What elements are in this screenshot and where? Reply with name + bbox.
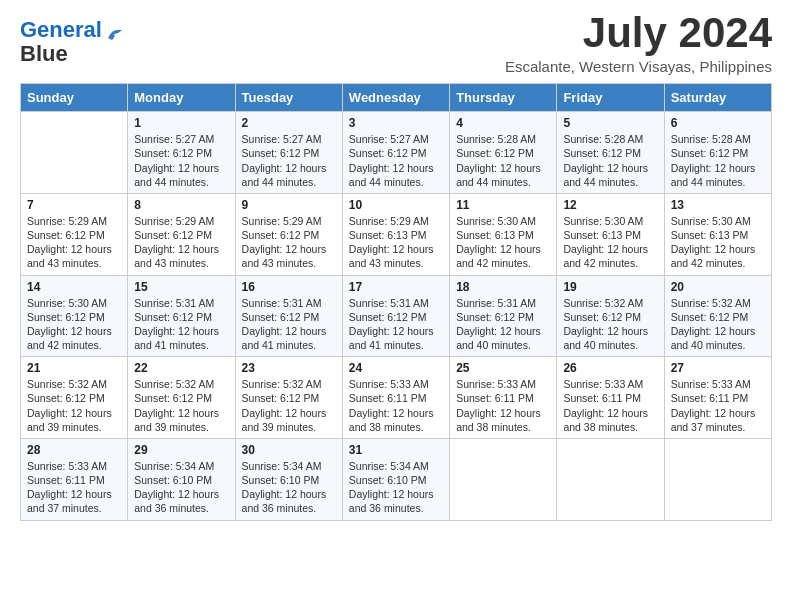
day-number: 17 — [349, 280, 443, 294]
day-info: Sunrise: 5:30 AM Sunset: 6:13 PM Dayligh… — [456, 214, 550, 271]
day-info: Sunrise: 5:33 AM Sunset: 6:11 PM Dayligh… — [349, 377, 443, 434]
calendar-cell: 10Sunrise: 5:29 AM Sunset: 6:13 PM Dayli… — [342, 193, 449, 275]
calendar-cell: 24Sunrise: 5:33 AM Sunset: 6:11 PM Dayli… — [342, 357, 449, 439]
day-info: Sunrise: 5:29 AM Sunset: 6:12 PM Dayligh… — [134, 214, 228, 271]
day-number: 13 — [671, 198, 765, 212]
calendar-week-row: 21Sunrise: 5:32 AM Sunset: 6:12 PM Dayli… — [21, 357, 772, 439]
calendar-cell — [557, 438, 664, 520]
day-number: 4 — [456, 116, 550, 130]
day-info: Sunrise: 5:29 AM Sunset: 6:13 PM Dayligh… — [349, 214, 443, 271]
weekday-header-saturday: Saturday — [664, 84, 771, 112]
day-number: 27 — [671, 361, 765, 375]
calendar-cell: 19Sunrise: 5:32 AM Sunset: 6:12 PM Dayli… — [557, 275, 664, 357]
day-number: 16 — [242, 280, 336, 294]
day-number: 28 — [27, 443, 121, 457]
day-number: 23 — [242, 361, 336, 375]
day-info: Sunrise: 5:34 AM Sunset: 6:10 PM Dayligh… — [134, 459, 228, 516]
day-number: 14 — [27, 280, 121, 294]
calendar-cell: 9Sunrise: 5:29 AM Sunset: 6:12 PM Daylig… — [235, 193, 342, 275]
day-info: Sunrise: 5:32 AM Sunset: 6:12 PM Dayligh… — [134, 377, 228, 434]
day-number: 6 — [671, 116, 765, 130]
calendar-cell: 4Sunrise: 5:28 AM Sunset: 6:12 PM Daylig… — [450, 112, 557, 194]
day-info: Sunrise: 5:31 AM Sunset: 6:12 PM Dayligh… — [456, 296, 550, 353]
calendar-cell: 23Sunrise: 5:32 AM Sunset: 6:12 PM Dayli… — [235, 357, 342, 439]
day-number: 7 — [27, 198, 121, 212]
day-number: 26 — [563, 361, 657, 375]
day-number: 18 — [456, 280, 550, 294]
day-number: 9 — [242, 198, 336, 212]
day-number: 10 — [349, 198, 443, 212]
calendar-cell: 22Sunrise: 5:32 AM Sunset: 6:12 PM Dayli… — [128, 357, 235, 439]
day-info: Sunrise: 5:33 AM Sunset: 6:11 PM Dayligh… — [27, 459, 121, 516]
calendar-cell: 26Sunrise: 5:33 AM Sunset: 6:11 PM Dayli… — [557, 357, 664, 439]
day-number: 3 — [349, 116, 443, 130]
calendar-cell: 21Sunrise: 5:32 AM Sunset: 6:12 PM Dayli… — [21, 357, 128, 439]
day-info: Sunrise: 5:32 AM Sunset: 6:12 PM Dayligh… — [563, 296, 657, 353]
calendar-cell: 3Sunrise: 5:27 AM Sunset: 6:12 PM Daylig… — [342, 112, 449, 194]
calendar-cell: 27Sunrise: 5:33 AM Sunset: 6:11 PM Dayli… — [664, 357, 771, 439]
day-number: 8 — [134, 198, 228, 212]
weekday-header-wednesday: Wednesday — [342, 84, 449, 112]
day-info: Sunrise: 5:31 AM Sunset: 6:12 PM Dayligh… — [134, 296, 228, 353]
calendar-week-row: 1Sunrise: 5:27 AM Sunset: 6:12 PM Daylig… — [21, 112, 772, 194]
day-number: 30 — [242, 443, 336, 457]
day-number: 25 — [456, 361, 550, 375]
month-title: July 2024 — [505, 10, 772, 56]
day-number: 31 — [349, 443, 443, 457]
calendar-cell: 29Sunrise: 5:34 AM Sunset: 6:10 PM Dayli… — [128, 438, 235, 520]
logo-bird-icon — [104, 24, 126, 46]
day-info: Sunrise: 5:33 AM Sunset: 6:11 PM Dayligh… — [563, 377, 657, 434]
weekday-header-row: SundayMondayTuesdayWednesdayThursdayFrid… — [21, 84, 772, 112]
day-info: Sunrise: 5:31 AM Sunset: 6:12 PM Dayligh… — [349, 296, 443, 353]
day-number: 12 — [563, 198, 657, 212]
day-info: Sunrise: 5:32 AM Sunset: 6:12 PM Dayligh… — [671, 296, 765, 353]
location-subtitle: Escalante, Western Visayas, Philippines — [505, 58, 772, 75]
weekday-header-friday: Friday — [557, 84, 664, 112]
day-info: Sunrise: 5:34 AM Sunset: 6:10 PM Dayligh… — [349, 459, 443, 516]
calendar-week-row: 28Sunrise: 5:33 AM Sunset: 6:11 PM Dayli… — [21, 438, 772, 520]
day-info: Sunrise: 5:27 AM Sunset: 6:12 PM Dayligh… — [134, 132, 228, 189]
logo: GeneralBlue — [20, 18, 126, 66]
day-info: Sunrise: 5:34 AM Sunset: 6:10 PM Dayligh… — [242, 459, 336, 516]
day-number: 15 — [134, 280, 228, 294]
day-number: 21 — [27, 361, 121, 375]
calendar-cell: 28Sunrise: 5:33 AM Sunset: 6:11 PM Dayli… — [21, 438, 128, 520]
day-info: Sunrise: 5:29 AM Sunset: 6:12 PM Dayligh… — [242, 214, 336, 271]
day-info: Sunrise: 5:32 AM Sunset: 6:12 PM Dayligh… — [242, 377, 336, 434]
calendar-cell: 11Sunrise: 5:30 AM Sunset: 6:13 PM Dayli… — [450, 193, 557, 275]
calendar-cell — [21, 112, 128, 194]
calendar-cell: 8Sunrise: 5:29 AM Sunset: 6:12 PM Daylig… — [128, 193, 235, 275]
calendar-cell: 1Sunrise: 5:27 AM Sunset: 6:12 PM Daylig… — [128, 112, 235, 194]
weekday-header-thursday: Thursday — [450, 84, 557, 112]
calendar-cell — [664, 438, 771, 520]
day-info: Sunrise: 5:30 AM Sunset: 6:13 PM Dayligh… — [671, 214, 765, 271]
day-number: 5 — [563, 116, 657, 130]
calendar-cell: 17Sunrise: 5:31 AM Sunset: 6:12 PM Dayli… — [342, 275, 449, 357]
calendar-week-row: 7Sunrise: 5:29 AM Sunset: 6:12 PM Daylig… — [21, 193, 772, 275]
weekday-header-sunday: Sunday — [21, 84, 128, 112]
calendar-cell: 5Sunrise: 5:28 AM Sunset: 6:12 PM Daylig… — [557, 112, 664, 194]
day-info: Sunrise: 5:33 AM Sunset: 6:11 PM Dayligh… — [456, 377, 550, 434]
day-number: 19 — [563, 280, 657, 294]
calendar-cell: 18Sunrise: 5:31 AM Sunset: 6:12 PM Dayli… — [450, 275, 557, 357]
calendar-cell: 20Sunrise: 5:32 AM Sunset: 6:12 PM Dayli… — [664, 275, 771, 357]
day-info: Sunrise: 5:28 AM Sunset: 6:12 PM Dayligh… — [671, 132, 765, 189]
calendar-table: SundayMondayTuesdayWednesdayThursdayFrid… — [20, 83, 772, 520]
calendar-cell: 25Sunrise: 5:33 AM Sunset: 6:11 PM Dayli… — [450, 357, 557, 439]
calendar-cell: 31Sunrise: 5:34 AM Sunset: 6:10 PM Dayli… — [342, 438, 449, 520]
calendar-cell: 2Sunrise: 5:27 AM Sunset: 6:12 PM Daylig… — [235, 112, 342, 194]
day-info: Sunrise: 5:27 AM Sunset: 6:12 PM Dayligh… — [349, 132, 443, 189]
day-info: Sunrise: 5:29 AM Sunset: 6:12 PM Dayligh… — [27, 214, 121, 271]
day-number: 20 — [671, 280, 765, 294]
calendar-week-row: 14Sunrise: 5:30 AM Sunset: 6:12 PM Dayli… — [21, 275, 772, 357]
day-info: Sunrise: 5:32 AM Sunset: 6:12 PM Dayligh… — [27, 377, 121, 434]
day-info: Sunrise: 5:27 AM Sunset: 6:12 PM Dayligh… — [242, 132, 336, 189]
day-info: Sunrise: 5:28 AM Sunset: 6:12 PM Dayligh… — [456, 132, 550, 189]
logo-text: GeneralBlue — [20, 18, 102, 66]
calendar-cell: 13Sunrise: 5:30 AM Sunset: 6:13 PM Dayli… — [664, 193, 771, 275]
calendar-cell: 14Sunrise: 5:30 AM Sunset: 6:12 PM Dayli… — [21, 275, 128, 357]
day-number: 24 — [349, 361, 443, 375]
day-number: 1 — [134, 116, 228, 130]
day-number: 11 — [456, 198, 550, 212]
day-info: Sunrise: 5:33 AM Sunset: 6:11 PM Dayligh… — [671, 377, 765, 434]
